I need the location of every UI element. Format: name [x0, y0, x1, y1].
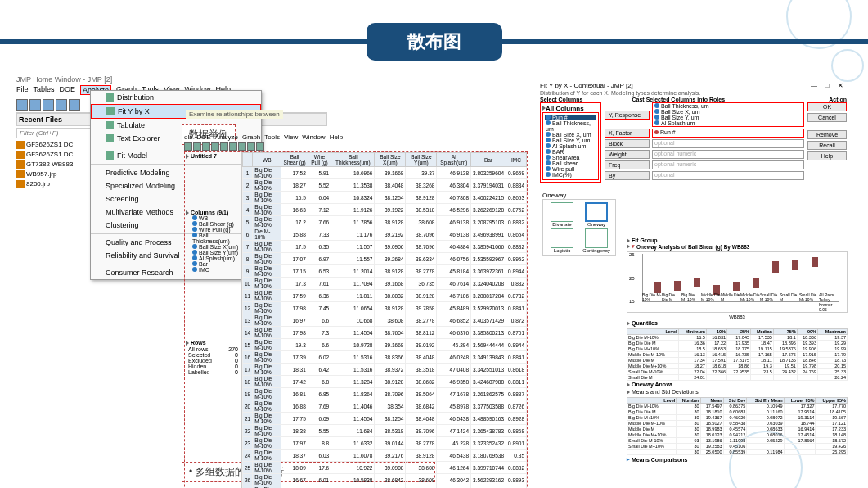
column-item[interactable]: Al Splash(um)	[186, 255, 241, 261]
column-item[interactable]: Ball Size X(um)	[186, 244, 241, 250]
tooltip: Examine relationships between	[186, 110, 283, 119]
fit-column[interactable]: Ball Size X, um	[545, 132, 596, 138]
fit-title: Fit Y by X - Contextual - JMP [2]	[540, 82, 633, 89]
data-window: olsDOEAnalyzeGraphToolsViewWindowHelp Un…	[184, 133, 528, 488]
maximize-icon[interactable]: □	[821, 82, 834, 89]
text-icon	[106, 134, 114, 142]
tool-icon[interactable]	[238, 142, 246, 151]
freq-button[interactable]: Freq	[605, 160, 650, 169]
fit-column[interactable]: IMC(%)	[545, 172, 596, 178]
toolbar-icon[interactable]	[16, 99, 28, 111]
menu-doe[interactable]: DOE	[60, 85, 76, 95]
file-icon	[16, 160, 25, 169]
column-item[interactable]: IMC	[186, 267, 241, 273]
banner-title: 散布图	[367, 23, 502, 61]
tool-icon[interactable]	[211, 142, 219, 151]
x-factor-box[interactable]: Run #	[652, 129, 804, 138]
tool-icon[interactable]	[193, 142, 201, 151]
rows-header[interactable]: Rows	[191, 340, 206, 346]
weight-button[interactable]: Weight	[605, 150, 650, 159]
y-response-box[interactable]: Ball Thickness, umBall Size X, umBall Si…	[652, 102, 804, 127]
tool-icon[interactable]	[229, 142, 237, 151]
menu-tables[interactable]: Tables	[34, 85, 55, 95]
toolbar-icon[interactable]	[69, 99, 80, 111]
columns-header[interactable]: Columns (9/1)	[191, 210, 228, 215]
toolbar-icon[interactable]	[56, 99, 67, 111]
fit-description: Distribution of Y for each X. Modeling t…	[540, 89, 847, 97]
column-item[interactable]: Ball Shear (g)	[186, 221, 241, 227]
select-columns: All Columns Run #Ball Thickness, umBall …	[540, 102, 601, 183]
bivariate-cell[interactable]: Bivariate	[546, 202, 578, 227]
model-icon	[106, 151, 114, 160]
chart-output: Fit Group ▾Oneway Analysis of Ball Shear…	[627, 237, 848, 463]
toolbar-icon[interactable]	[43, 99, 54, 111]
ok-button[interactable]: OK	[807, 102, 847, 111]
by-button[interactable]: By	[605, 171, 650, 180]
fit-column[interactable]: BAR	[545, 149, 596, 155]
action-buttons: OK Cancel Remove Recall Help	[807, 102, 847, 183]
tool-icon[interactable]	[202, 142, 210, 151]
fit-column[interactable]: Al Splash um	[545, 143, 596, 149]
fit-column[interactable]: Ball Thickness, um	[545, 120, 596, 132]
oneway-cell[interactable]: Oneway	[580, 202, 613, 227]
recall-button[interactable]: Recall	[807, 141, 847, 150]
tool-icon[interactable]	[220, 142, 228, 151]
column-item[interactable]: Bar	[186, 261, 241, 267]
fit-column[interactable]: Ball Size Y, um	[545, 138, 596, 143]
minimize-icon[interactable]: —	[807, 82, 821, 89]
tool-icon[interactable]	[256, 142, 264, 151]
column-item[interactable]: Wire Pull (g)	[186, 227, 241, 233]
data-table[interactable]: WBBall Shear (g)Wire Pull (g)Ball Thickn…	[242, 152, 527, 488]
block-button[interactable]: Block	[605, 139, 650, 148]
file-icon	[16, 141, 25, 149]
fit-column[interactable]: Wire pull	[545, 166, 596, 172]
distribution-icon	[106, 93, 114, 102]
table-name[interactable]: Untitled 7	[191, 153, 217, 159]
menu-distribution[interactable]: Distribution	[91, 91, 261, 104]
oneway-panel: Oneway Bivariate Oneway Logistic Conting…	[542, 192, 616, 256]
dw-toolbar	[184, 142, 528, 151]
column-item[interactable]: Ball Size Y(um)	[186, 250, 241, 255]
column-item[interactable]: WB	[186, 215, 241, 221]
toolbar-icon[interactable]	[29, 99, 41, 111]
tool-icon[interactable]	[184, 142, 192, 151]
file-icon	[16, 170, 25, 178]
tool-icon[interactable]	[247, 142, 255, 151]
quantiles-table: LevelMinimum10%25%Median75%90%MaximumBig…	[627, 328, 848, 381]
fit-column[interactable]: Ball shear	[545, 160, 596, 166]
window-title: JMP Home Window - JMP [2]	[16, 75, 327, 84]
remove-button[interactable]: Remove	[807, 130, 847, 139]
cast-roles: Y, ResponseBall Thickness, umBall Size X…	[605, 102, 804, 183]
dw-menu: olsDOEAnalyzeGraphToolsViewWindowHelp	[184, 133, 528, 142]
fit-dialog: Fit Y by X - Contextual - JMP [2] —□✕ Di…	[540, 82, 847, 183]
x-factor-button[interactable]: X, Factor	[605, 129, 650, 138]
contingency-cell[interactable]: Contingency	[580, 228, 613, 253]
fit-column[interactable]: Run #	[545, 115, 596, 120]
fit-column[interactable]: ShearArea	[545, 155, 596, 160]
column-item[interactable]: Ball Thickness(um)	[186, 233, 241, 244]
page-banner: 散布图	[0, 23, 868, 61]
logistic-cell[interactable]: Logistic	[546, 228, 578, 253]
tabulate-icon	[106, 121, 114, 129]
fit-icon	[106, 107, 115, 115]
box-plot-chart[interactable]: 252015 Big Die M-10%Big Die Die MBig Die…	[627, 251, 848, 313]
side-panel: Untitled 7 Columns (9/1) WBBall Shear (g…	[185, 152, 242, 488]
file-icon	[16, 151, 25, 159]
close-icon[interactable]: ✕	[834, 82, 847, 89]
file-icon	[16, 180, 25, 188]
y-response-button[interactable]: Y, Response	[605, 111, 650, 120]
menu-file[interactable]: File	[16, 85, 29, 95]
anova-table: LevelNumberMeanStd DevStd Err MeanLower …	[627, 397, 848, 455]
cancel-button[interactable]: Cancel	[807, 113, 847, 122]
help-button[interactable]: Help	[807, 151, 847, 160]
